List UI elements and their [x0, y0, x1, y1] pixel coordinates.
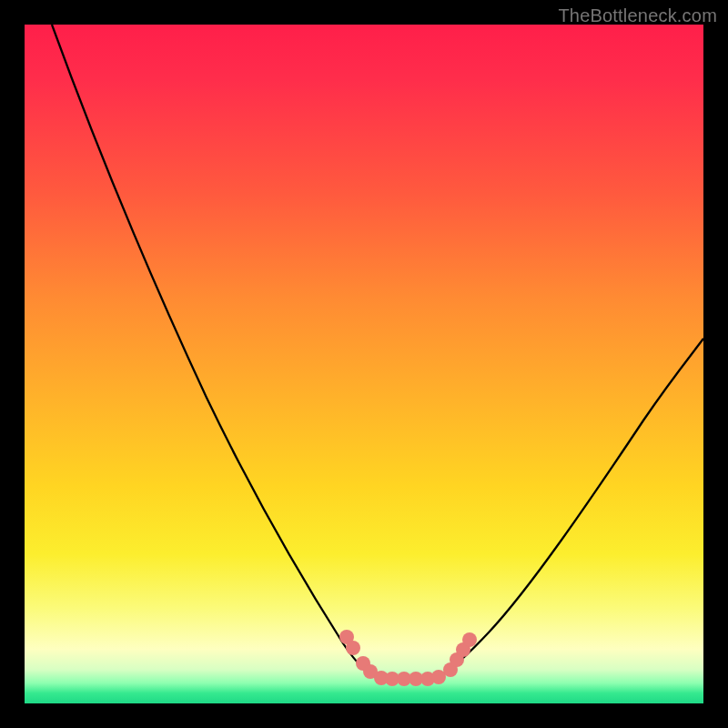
right-curve [434, 339, 703, 678]
bottleneck-curve [25, 25, 703, 703]
watermark-text: TheBottleneck.com [558, 5, 717, 26]
left-curve [52, 25, 379, 678]
marker-dot [462, 632, 477, 647]
chart-frame: TheBottleneck.com [0, 0, 728, 728]
plot-area [25, 25, 703, 703]
marker-dot [346, 641, 360, 655]
marker-group [339, 630, 477, 686]
